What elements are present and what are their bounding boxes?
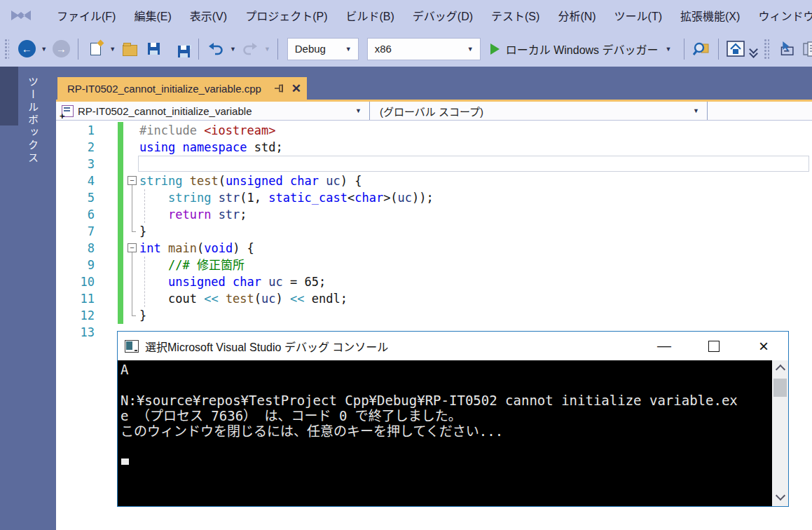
menu-bar: ファイル(F)編集(E)表示(V)プロジェクト(P)ビルド(B)デバッグ(D)テ…: [0, 0, 812, 31]
line-number: 12: [56, 307, 95, 324]
console-title: 選択Microsoft Visual Studio デバッグ コンソール: [145, 338, 388, 355]
menu-item[interactable]: テスト(S): [482, 11, 549, 22]
menu-item[interactable]: ビルド(B): [336, 11, 403, 22]
close-window-button[interactable]: ×: [748, 332, 780, 360]
menu-item[interactable]: プロジェクト(P): [236, 11, 336, 22]
menu-items-container: ファイル(F)編集(E)表示(V)プロジェクト(P)ビルド(B)デバッグ(D)テ…: [48, 7, 812, 24]
console-line: e （プロセス 7636） は、コード 0 で終了しました。: [121, 408, 770, 423]
fold-collapse-button[interactable]: −: [128, 243, 137, 252]
clipboard-ring-button[interactable]: [801, 37, 812, 61]
line-number: 6: [56, 206, 95, 223]
line-number: 7: [56, 223, 95, 240]
line-number: 3: [56, 156, 95, 172]
redo-icon: [242, 42, 258, 56]
selection-pointer-icon: [778, 41, 797, 57]
code-line[interactable]: int main(void) {: [139, 240, 434, 257]
save-button[interactable]: [143, 37, 164, 61]
menu-item[interactable]: 分析(N): [549, 11, 605, 22]
menu-item[interactable]: 拡張機能(X): [671, 11, 749, 22]
toolbar-separator: [78, 39, 78, 60]
back-dropdown-caret-icon[interactable]: ▼: [41, 46, 47, 53]
navigate-forward-button[interactable]: →: [50, 37, 71, 61]
redo-dropdown-caret-icon[interactable]: ▼: [264, 46, 270, 53]
types-dropdown[interactable]: RP-IT0502_cannot_initialize_variable ▼: [56, 102, 370, 120]
undo-button[interactable]: [205, 37, 226, 61]
console-scrollbar[interactable]: [772, 360, 788, 506]
new-file-button[interactable]: [85, 37, 106, 61]
platform-value: x86: [375, 43, 465, 55]
maximize-button[interactable]: [698, 332, 730, 360]
scrollbar-thumb[interactable]: [773, 379, 787, 397]
menu-item[interactable]: デバッグ(D): [404, 11, 482, 22]
start-debug-caret-icon[interactable]: ▼: [666, 46, 672, 53]
members-dropdown-value: (グローバル スコープ): [376, 104, 691, 118]
toolbar-separator: [277, 39, 278, 60]
navigate-back-button[interactable]: ←: [16, 37, 37, 61]
undo-dropdown-caret-icon[interactable]: ▼: [230, 46, 236, 53]
back-icon: ←: [18, 40, 36, 57]
start-debugging-button[interactable]: ローカル Windows デバッガー ▼: [490, 41, 674, 57]
save-all-button[interactable]: [171, 37, 192, 61]
open-folder-icon: [123, 45, 137, 56]
open-file-button[interactable]: [119, 37, 140, 61]
code-line[interactable]: return str;: [139, 206, 434, 223]
pin-icon: [275, 84, 286, 93]
change-tracking-bar: [118, 122, 123, 324]
code-line[interactable]: [139, 156, 434, 172]
attach-to-process-button[interactable]: [691, 37, 712, 61]
code-line[interactable]: using namespace std;: [139, 139, 434, 156]
scroll-up-icon[interactable]: [776, 365, 785, 374]
toolbar-drag-handle-icon[interactable]: [764, 39, 769, 60]
menu-item[interactable]: ファイル(F): [48, 11, 125, 22]
types-dropdown-caret-icon: ▼: [355, 107, 362, 114]
line-number-gutter: 12345678910111213: [56, 122, 95, 341]
console-lines: AN:¥source¥repos¥TestProject_Cpp¥Debug¥R…: [121, 362, 770, 439]
console-title-bar[interactable]: 選択Microsoft Visual Studio デバッグ コンソール — ×: [118, 332, 788, 360]
console-output[interactable]: AN:¥source¥repos¥TestProject_Cpp¥Debug¥R…: [118, 360, 788, 506]
pin-tab-button[interactable]: [275, 84, 286, 93]
menu-item[interactable]: 編集(E): [125, 11, 180, 22]
fold-collapse-button[interactable]: −: [128, 176, 137, 185]
dock-edge: [0, 67, 18, 125]
redo-button[interactable]: [240, 37, 261, 61]
code-line[interactable]: }: [139, 307, 434, 324]
document-outline-icon: [802, 41, 812, 57]
projects-dropdown[interactable]: [708, 102, 812, 120]
code-line[interactable]: string str(1, static_cast<char>(uc));: [139, 189, 434, 206]
toolbox-tab[interactable]: ツールボックス: [25, 76, 40, 165]
members-dropdown-caret-icon: ▼: [693, 107, 699, 114]
toolbar-overflow-button[interactable]: [750, 48, 757, 57]
toolbar-separator: [718, 39, 719, 60]
close-tab-button[interactable]: ✕: [291, 83, 301, 95]
line-number: 11: [56, 290, 95, 307]
browse-with-button[interactable]: [725, 37, 746, 61]
menu-item[interactable]: 表示(V): [181, 11, 236, 22]
types-dropdown-value: RP-IT0502_cannot_initialize_variable: [74, 105, 353, 117]
code-line[interactable]: //# 修正箇所: [139, 257, 434, 273]
code-line[interactable]: cout << test(uc) << endl;: [139, 290, 434, 307]
scroll-down-icon[interactable]: [776, 491, 785, 501]
configuration-caret-icon: ▼: [345, 46, 352, 53]
code-line[interactable]: }: [139, 223, 434, 240]
menu-item[interactable]: ウィンドウ(W): [749, 11, 812, 22]
solution-configuration-dropdown[interactable]: Debug ▼: [287, 38, 359, 60]
code-line[interactable]: string test(unsigned char uc) {: [139, 172, 434, 189]
menu-item[interactable]: ツール(T): [605, 11, 671, 22]
console-window-icon: [125, 340, 139, 353]
line-number: 13: [56, 324, 95, 341]
solution-platform-dropdown[interactable]: x86 ▼: [367, 38, 481, 60]
code-line[interactable]: #include <iostream>: [139, 122, 434, 139]
new-file-icon: [90, 43, 101, 55]
maximize-icon: [708, 341, 720, 352]
selection-mode-button[interactable]: [776, 37, 798, 61]
visual-studio-logo-icon: [10, 6, 32, 25]
code-text-area[interactable]: #include <iostream>using namespace std;s…: [139, 122, 434, 341]
code-line[interactable]: unsigned char uc = 65;: [139, 273, 434, 290]
new-file-dropdown-caret-icon[interactable]: ▼: [109, 46, 116, 53]
minimize-button[interactable]: —: [648, 332, 680, 360]
members-dropdown[interactable]: (グローバル スコープ) ▼: [370, 102, 708, 120]
line-number: 5: [56, 189, 95, 206]
toolbar-drag-handle-icon[interactable]: [4, 39, 9, 60]
document-tab[interactable]: RP-IT0502_cannot_initialize_variable.cpp…: [57, 77, 307, 100]
console-line: [121, 377, 770, 393]
